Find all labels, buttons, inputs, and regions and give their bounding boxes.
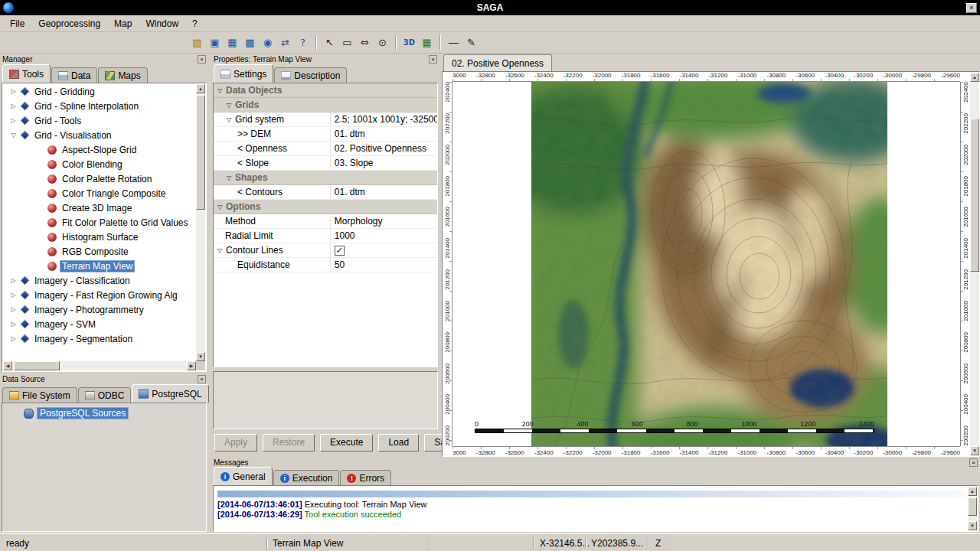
scroll-up-icon[interactable]: [968, 487, 977, 496]
tab-description[interactable]: Description: [274, 67, 347, 83]
prop-value[interactable]: 03. Slope: [330, 156, 437, 170]
tree-item-imagery-segmentation[interactable]: Imagery - Segmentation: [3, 331, 196, 346]
prop-row-equidistance[interactable]: Equidistance 50: [214, 258, 437, 272]
apply-button[interactable]: Apply: [214, 434, 257, 452]
tab-file-system[interactable]: File System: [2, 387, 77, 403]
prop-section-shapes[interactable]: Shapes: [214, 171, 437, 185]
prop-value[interactable]: 50: [330, 258, 437, 272]
tab-execution[interactable]: i Execution: [273, 470, 340, 485]
expand-icon[interactable]: [9, 321, 18, 328]
save-all-button[interactable]: ▩: [241, 34, 259, 51]
prop-row-grid-system[interactable]: Grid system 2.5; 1001x 1001y; -32500: [214, 112, 437, 127]
scroll-down-icon[interactable]: [196, 352, 205, 361]
tree-item-grid-visualisation[interactable]: Grid - Visualisation: [3, 128, 196, 142]
expand-icon[interactable]: [9, 335, 18, 342]
data-source-close-icon[interactable]: [198, 375, 206, 383]
map-canvas[interactable]: 3000-32800-32600-32400-32200-32000-31800…: [442, 71, 980, 457]
tree-item-fit-color-palette[interactable]: Fit Color Palette to Grid Values: [3, 215, 196, 230]
tree-item-create-3d-image[interactable]: Create 3D Image: [3, 201, 196, 215]
tab-tools[interactable]: Tools: [2, 64, 51, 83]
expand-icon[interactable]: [9, 292, 18, 298]
tab-errors[interactable]: ! Errors: [340, 470, 391, 485]
tab-data[interactable]: Data: [51, 67, 97, 83]
menu-window[interactable]: Window: [139, 16, 185, 31]
messages-close-icon[interactable]: [969, 458, 978, 467]
properties-close-icon[interactable]: [429, 55, 437, 64]
scrollbar-thumb[interactable]: [14, 361, 60, 370]
tree-item-imagery-svm[interactable]: Imagery - SVM: [3, 317, 196, 331]
prop-row-dem[interactable]: >> DEM 01. dtm: [214, 127, 437, 142]
menu-file[interactable]: File: [3, 16, 31, 31]
tab-postgresql[interactable]: PostgreSQL: [132, 384, 208, 403]
messages-vertical-scrollbar[interactable]: [968, 487, 977, 530]
annotate-button[interactable]: ✎: [462, 34, 480, 51]
save-modified-button[interactable]: ▦: [224, 34, 241, 51]
new-map-button[interactable]: ▦: [418, 34, 436, 51]
prop-value[interactable]: 02. Positive Openness: [330, 142, 437, 155]
collapse-icon[interactable]: [9, 132, 18, 139]
tab-maps[interactable]: Maps: [98, 67, 147, 83]
manager-horizontal-scrollbar[interactable]: [3, 361, 196, 370]
collapse-icon[interactable]: [216, 204, 224, 210]
pointer-tool-button[interactable]: ↖: [321, 34, 338, 51]
tree-item-histogram-surface[interactable]: Histogram Surface: [3, 230, 196, 244]
scroll-up-icon[interactable]: [970, 73, 979, 82]
tree-item-imagery-frg[interactable]: Imagery - Fast Region Growing Alg: [3, 288, 196, 302]
tree-item-color-palette-rotation[interactable]: Color Palette Rotation: [3, 171, 196, 186]
save-button[interactable]: ▣: [206, 34, 224, 51]
menu-map[interactable]: Map: [107, 16, 139, 31]
pan-button[interactable]: ⇔: [356, 34, 374, 51]
manager-vertical-scrollbar[interactable]: [196, 84, 205, 361]
zoom-box-button[interactable]: ▭: [338, 34, 356, 51]
execute-button[interactable]: Execute: [320, 434, 373, 452]
expand-icon[interactable]: [9, 88, 18, 95]
terrain-map-image[interactable]: [531, 82, 887, 446]
prop-row-method[interactable]: Method Morphology: [214, 214, 437, 229]
scroll-up-icon[interactable]: [196, 84, 205, 93]
prop-section-grids[interactable]: Grids: [214, 98, 437, 112]
open-file-button[interactable]: ▨: [188, 34, 206, 51]
prop-row-slope[interactable]: < Slope 03. Slope: [214, 156, 437, 171]
expand-icon[interactable]: [9, 306, 18, 313]
scrollbar-thumb[interactable]: [196, 95, 205, 210]
prop-row-openness[interactable]: < Openness 02. Positive Openness: [214, 142, 437, 156]
zoom-button[interactable]: ⊙: [374, 34, 391, 51]
tab-odbc[interactable]: ODBC: [78, 387, 132, 403]
restore-button[interactable]: Restore: [263, 434, 315, 452]
scroll-left-icon[interactable]: [3, 361, 12, 370]
show-properties-button[interactable]: ◉: [259, 34, 276, 51]
view-3d-button[interactable]: 3D: [400, 34, 418, 51]
tree-item-terrain-map-view[interactable]: Terrain Map View: [3, 259, 196, 273]
tree-item-imagery-classification[interactable]: Imagery - Classification: [3, 273, 196, 288]
prop-row-radial-limit[interactable]: Radial Limit 1000: [214, 229, 437, 243]
tree-item-grid-tools[interactable]: Grid - Tools: [3, 113, 196, 128]
scrollbar-thumb[interactable]: [970, 119, 979, 272]
tree-item-color-blending[interactable]: Color Blending: [3, 157, 196, 171]
map-vertical-scrollbar[interactable]: [970, 73, 979, 455]
contour-lines-checkbox[interactable]: [335, 246, 345, 256]
collapse-icon[interactable]: [225, 174, 233, 181]
scroll-down-icon[interactable]: [970, 446, 979, 455]
prop-value[interactable]: Morphology: [330, 214, 437, 228]
collapse-icon[interactable]: [225, 116, 233, 123]
expand-icon[interactable]: [9, 103, 18, 109]
menu-geoprocessing[interactable]: Geoprocessing: [31, 16, 107, 31]
prop-value[interactable]: 1000: [330, 229, 437, 243]
map-tab-positive-openness[interactable]: 02. Positive Openness: [443, 54, 552, 71]
prop-row-contour-lines[interactable]: Contour Lines: [214, 243, 437, 258]
tree-item-rgb-composite[interactable]: RGB Composite: [3, 244, 196, 259]
tree-item-grid-gridding[interactable]: Grid - Gridding: [3, 84, 196, 99]
load-button[interactable]: Load: [378, 434, 419, 452]
scrollbar-thumb[interactable]: [968, 497, 977, 516]
scroll-right-icon[interactable]: [187, 361, 196, 370]
collapse-icon[interactable]: [225, 102, 233, 109]
prop-section-data-objects[interactable]: Data Objects: [214, 83, 437, 98]
tree-item-imagery-photogrammetry[interactable]: Imagery - Photogrammetry: [3, 302, 196, 317]
help-button[interactable]: ?: [294, 34, 312, 51]
tab-settings[interactable]: Settings: [214, 64, 273, 83]
scroll-down-icon[interactable]: [968, 521, 977, 530]
collapse-icon[interactable]: [216, 247, 224, 254]
measure-button[interactable]: ―: [445, 34, 462, 51]
prop-value[interactable]: 01. dtm: [330, 185, 437, 199]
close-window-icon[interactable]: [966, 3, 977, 13]
